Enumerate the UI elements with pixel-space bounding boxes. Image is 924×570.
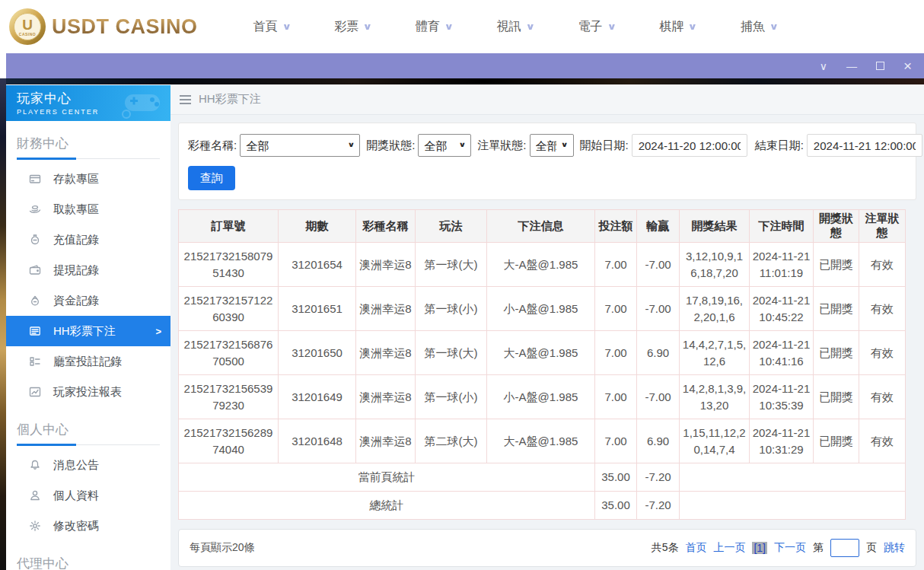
table-cell: 已開獎	[814, 375, 859, 419]
draw-status-select[interactable]: 全部	[418, 134, 471, 157]
filter-panel: 彩種名稱: 全部 開獎狀態: 全部 注單狀態:	[178, 123, 916, 200]
next-page-link[interactable]: 下一页	[774, 541, 806, 555]
start-date-input[interactable]	[632, 134, 747, 157]
table-cell: 31201651	[279, 287, 356, 331]
sidebar-item-recharge-record[interactable]: 充值記錄	[6, 224, 170, 255]
jump-prefix: 第	[813, 541, 824, 555]
sidebar-item-withdraw-hand[interactable]: 取款專區	[6, 194, 170, 224]
jump-page-input[interactable]	[830, 539, 859, 557]
nav-item-4[interactable]: 視訊∨	[475, 0, 556, 53]
chevron-right-icon: >	[155, 326, 161, 337]
summary-label: 總統計	[179, 492, 595, 520]
end-date-input[interactable]	[807, 134, 922, 157]
table-cell: 7.00	[595, 243, 637, 287]
sidebar-item-gear[interactable]: 修改密碼	[6, 511, 170, 541]
sidebar-item-label: 充值記錄	[53, 233, 99, 247]
jump-suffix: 页	[866, 541, 877, 555]
site-logo[interactable]: U CASINO USDT CASINO	[9, 8, 198, 45]
collapse-icon[interactable]: ∨	[820, 61, 827, 72]
jump-button[interactable]: 跳转	[884, 541, 905, 555]
top-navbar: U CASINO USDT CASINO 首頁∨彩票∨體育∨視訊∨電子∨棋牌∨捕…	[0, 0, 924, 53]
bets-table-wrap: 訂單號期數彩種名稱玩法下注信息投注額輸贏開獎結果下注時間開獎狀態注單狀態 215…	[178, 209, 916, 520]
table-row: 215217321568767050031201650澳洲幸运8第一球(大)大-…	[179, 331, 906, 375]
table-cell: 31201650	[279, 331, 356, 375]
section-underline	[17, 158, 160, 159]
sidebar-item-person[interactable]: 個人資料	[6, 480, 170, 511]
order-status-select[interactable]: 全部	[530, 134, 574, 157]
table-cell: 14,4,2,7,1,5,12,6	[680, 331, 750, 375]
sidebar-item-label: 修改密碼	[53, 519, 99, 533]
table-cell: 2152173215687670500	[179, 331, 279, 375]
close-icon[interactable]: ×	[903, 59, 912, 73]
table-cell: 6.90	[637, 419, 680, 463]
table-cell: 澳洲幸运8	[356, 287, 416, 331]
sidebar-section-heading-2: 個人中心	[17, 421, 170, 438]
main-panel: HH彩票下注 彩種名稱: 全部 開獎狀態: 全部	[170, 84, 924, 570]
chevron-down-icon: ∨	[282, 21, 292, 32]
current-page-badge: [1]	[752, 542, 767, 554]
table-cell: 17,8,19,16,2,20,1,6	[680, 287, 750, 331]
summary-winloss-total: -7.20	[637, 463, 680, 492]
table-cell: 有效	[859, 375, 906, 419]
sidebar-item-bell[interactable]: 消息公告	[6, 450, 170, 480]
main-nav: 首頁∨彩票∨體育∨視訊∨電子∨棋牌∨捕魚∨	[231, 0, 800, 53]
table-cell: 有效	[859, 419, 906, 463]
nav-item-7[interactable]: 捕魚∨	[718, 0, 800, 53]
table-cell: 3,12,10,9,16,18,7,20	[680, 243, 750, 287]
sidebar-item-label: 個人資料	[53, 489, 99, 503]
summary-bet-total: 35.00	[595, 492, 637, 520]
sidebar-item-player-report[interactable]: 玩家投注報表	[6, 377, 170, 407]
sidebar-item-label: 消息公告	[53, 458, 99, 473]
chevron-down-icon: ∨	[363, 21, 373, 32]
draw-status-select-wrap: 全部	[418, 134, 471, 157]
room-bet-record-icon	[29, 355, 41, 368]
player-report-icon	[29, 386, 41, 398]
banner-strip	[6, 78, 924, 84]
nav-item-5[interactable]: 電子∨	[556, 0, 638, 53]
table-cell: 2152173215628974040	[179, 419, 279, 463]
table-cell: 7.00	[595, 419, 637, 463]
nav-item-1[interactable]: 首頁∨	[231, 0, 313, 53]
funds-record-icon	[29, 295, 41, 307]
table-cell: 大-A盤@1.985	[487, 243, 595, 287]
lottery-name-select-wrap: 全部	[240, 134, 360, 157]
coin-logo-icon: U CASINO	[9, 8, 46, 45]
sidebar-item-label: 廳室投註記錄	[53, 355, 122, 369]
prev-page-link[interactable]: 上一页	[713, 541, 745, 555]
first-page-link[interactable]: 首页	[685, 541, 706, 555]
lottery-name-select[interactable]: 全部	[240, 134, 360, 157]
column-header: 注單狀態	[859, 210, 906, 243]
chevron-down-icon: ∨	[688, 21, 698, 32]
table-row: 215217321565397923031201649澳洲幸运8第一球(小)小-…	[179, 375, 906, 419]
coin-letter: U	[22, 18, 33, 32]
sidebar-item-room-bet-record[interactable]: 廳室投註記錄	[6, 346, 170, 377]
recharge-record-icon	[29, 234, 41, 246]
sidebar-item-label: 存款專區	[53, 172, 99, 186]
sidebar-item-lottery-bet[interactable]: HH彩票下注>	[6, 316, 170, 346]
table-cell: 小-A盤@1.985	[487, 375, 595, 419]
breadcrumb: HH彩票下注	[170, 84, 924, 115]
lottery-bet-icon	[29, 325, 41, 337]
sidebar-item-deposit-card[interactable]: 存款專區	[6, 164, 170, 194]
table-cell: 7.00	[595, 331, 637, 375]
table-cell: 第一球(大)	[416, 331, 487, 375]
table-cell: 小-A盤@1.985	[487, 287, 595, 331]
table-cell: 已開獎	[814, 331, 859, 375]
withdrawal-record-icon	[29, 264, 41, 276]
per-page-text: 每頁顯示20條	[190, 541, 255, 555]
menu-toggle-icon[interactable]	[180, 93, 191, 107]
nav-item-6[interactable]: 棋牌∨	[637, 0, 718, 53]
nav-item-2[interactable]: 彩票∨	[312, 0, 393, 53]
nav-item-3[interactable]: 體育∨	[393, 0, 475, 53]
sidebar-section-heading-3: 代理中心	[17, 555, 170, 570]
draw-status-label: 開獎狀態:	[366, 139, 415, 153]
maximize-icon[interactable]	[876, 62, 884, 70]
sidebar-item-withdrawal-record[interactable]: 提現記錄	[6, 255, 170, 285]
minimize-icon[interactable]: —	[846, 61, 857, 72]
bets-table: 訂單號期數彩種名稱玩法下注信息投注額輸贏開獎結果下注時間開獎狀態注單狀態 215…	[178, 209, 906, 520]
sidebar-item-funds-record[interactable]: 資金記錄	[6, 285, 170, 316]
sidebar-item-label: HH彩票下注	[53, 324, 116, 339]
window-controls: ∨ — ×	[820, 59, 924, 73]
search-button[interactable]: 查詢	[188, 166, 235, 190]
table-cell: 2024-11-21 11:01:19	[750, 243, 814, 287]
